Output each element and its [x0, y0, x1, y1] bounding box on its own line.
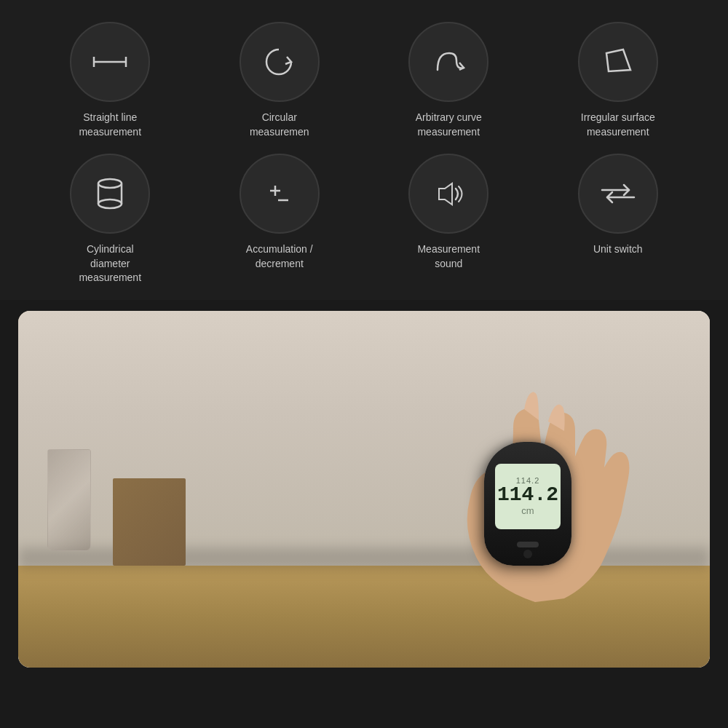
plusminus-icon	[259, 174, 299, 214]
feature-label-straight-line: Straight linemeasurement	[79, 111, 141, 139]
ruler-icon	[88, 47, 132, 76]
circle-cylindrical	[70, 154, 150, 234]
circle-straight-line	[70, 22, 150, 102]
device-container: 114.2 114.2 cm	[477, 442, 579, 587]
feature-label-arbitrary-curve: Arbitrary curvemeasurement	[416, 111, 482, 139]
page-container: Straight linemeasurement Circularmeasure…	[0, 0, 728, 668]
circle-circular	[240, 22, 320, 102]
svg-marker-11	[439, 183, 452, 205]
svg-marker-3	[606, 50, 630, 71]
sound-icon	[429, 174, 469, 214]
feature-label-accumulation: Accumulation /decrement	[246, 242, 313, 271]
device-screen-unit: cm	[521, 505, 534, 516]
feature-circular: Circularmeasuremen	[199, 22, 361, 139]
svg-point-4	[98, 179, 122, 188]
brown-box	[113, 478, 186, 566]
glass-obj	[47, 449, 98, 566]
glass-body	[47, 449, 91, 551]
device-body: 114.2 114.2 cm	[484, 442, 571, 566]
device-screen: 114.2 114.2 cm	[495, 464, 561, 529]
circle-irregular-surface	[578, 22, 658, 102]
circle-accumulation	[240, 154, 320, 234]
feature-arbitrary-curve: Arbitrary curvemeasurement	[368, 22, 530, 139]
circle-arbitrary-curve	[408, 22, 488, 102]
device-screen-main-value: 114.2	[497, 485, 558, 505]
feature-label-circular: Circularmeasuremen	[250, 111, 309, 139]
feature-label-cylindrical: Cylindricaldiametermeasurement	[79, 242, 141, 285]
device-screen-top-value: 114.2	[516, 476, 540, 485]
feature-unit-switch: Unit switch	[537, 154, 700, 285]
photo-background: 114.2 114.2 cm	[18, 311, 710, 668]
circular-icon	[259, 42, 299, 82]
circle-unit-switch	[578, 154, 658, 234]
photo-section: 114.2 114.2 cm	[18, 311, 710, 668]
svg-point-7	[98, 199, 122, 208]
feature-irregular-surface: Irregular surfacemeasurement	[537, 22, 700, 139]
feature-cylindrical: Cylindricaldiametermeasurement	[29, 154, 191, 285]
circle-sound	[408, 154, 488, 234]
features-grid: Straight linemeasurement Circularmeasure…	[0, 0, 728, 300]
feature-accumulation: Accumulation /decrement	[199, 154, 361, 285]
cylinder-icon	[90, 172, 130, 215]
feature-label-irregular-surface: Irregular surfacemeasurement	[581, 111, 655, 139]
feature-straight-line: Straight linemeasurement	[29, 22, 191, 139]
curve-icon	[429, 42, 469, 82]
feature-sound: Measurementsound	[368, 154, 530, 285]
feature-label-sound: Measurementsound	[417, 242, 480, 271]
polygon-icon	[598, 42, 638, 82]
device-button[interactable]	[517, 542, 539, 547]
feature-label-unit-switch: Unit switch	[593, 242, 643, 257]
device-sensor	[523, 550, 532, 558]
switch-icon	[596, 179, 640, 208]
